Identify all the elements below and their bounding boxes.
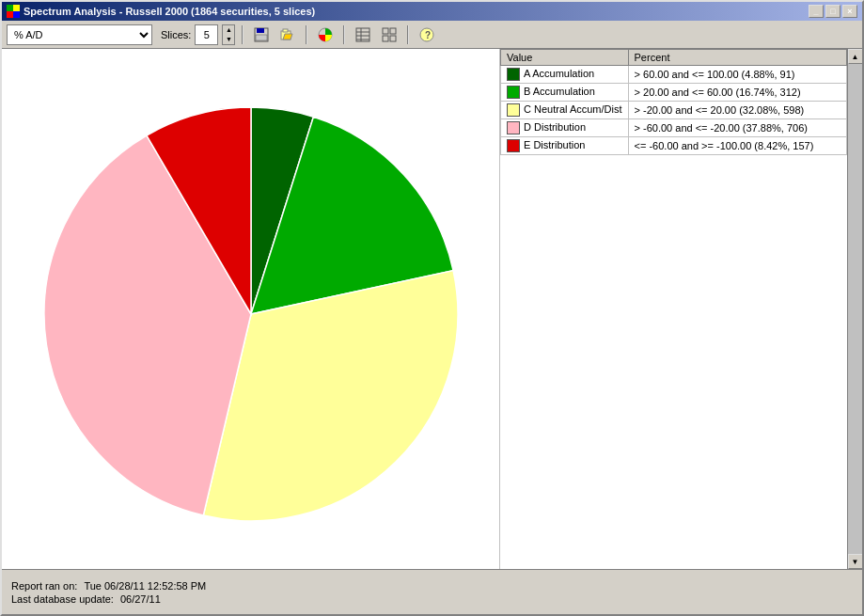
report-ran-line: Report ran on: Tue 06/28/11 12:52:58 PM [11, 580, 853, 592]
legend-row: A Accumulation> 60.00 and <= 100.00 (4.8… [501, 66, 847, 84]
legend-description-cell: > 60.00 and <= 100.00 (4.88%, 91) [628, 66, 846, 84]
svg-rect-0 [7, 5, 13, 11]
close-button[interactable]: × [842, 5, 857, 18]
indicator-select[interactable]: % A/D [7, 24, 152, 45]
window-title: Spectrum Analysis - Russell 2000 (1864 s… [24, 6, 315, 17]
legend-description-cell: > -20.00 and <= 20.00 (32.08%, 598) [628, 102, 846, 119]
slices-down-button[interactable]: ▼ [223, 35, 234, 44]
legend-table: Value Percent A Accumulation> 60.00 and … [500, 49, 847, 155]
open-button[interactable] [276, 24, 299, 45]
legend-label-cell: B Accumulation [501, 84, 629, 102]
table-icon [355, 27, 370, 42]
title-bar-left: Spectrum Analysis - Russell 2000 (1864 s… [7, 5, 315, 18]
scrollbar-right: ▲ ▼ [847, 49, 862, 569]
scroll-up-button[interactable]: ▲ [848, 49, 863, 64]
db-update-value: 06/27/11 [120, 593, 161, 605]
svg-rect-5 [257, 28, 264, 33]
db-update-line: Last database update: 06/27/11 [11, 593, 853, 605]
color-swatch [507, 86, 520, 99]
status-bar: Report ran on: Tue 06/28/11 12:52:58 PM … [2, 569, 862, 614]
svg-rect-6 [256, 35, 267, 40]
legend-description-cell: <= -60.00 and >= -100.00 (8.42%, 157) [628, 137, 846, 155]
legend-description-cell: > -60.00 and <= -20.00 (37.88%, 706) [628, 119, 846, 137]
table-view-button[interactable] [352, 24, 374, 45]
legend-row: C Neutral Accum/Dist> -20.00 and <= 20.0… [501, 102, 847, 119]
legend-col-percent: Percent [628, 50, 846, 66]
grid-button[interactable] [378, 24, 401, 45]
legend-description-cell: > 20.00 and <= 60.00 (16.74%, 312) [628, 84, 846, 102]
toolbar: % A/D Slices: ▲ ▼ [2, 21, 862, 49]
pie-chart-svg [16, 70, 486, 549]
svg-rect-18 [383, 36, 388, 41]
db-update-label: Last database update: [11, 593, 114, 605]
help-icon: ? [419, 27, 434, 42]
slices-label: Slices: [161, 29, 191, 40]
slices-up-button[interactable]: ▲ [223, 25, 234, 35]
svg-rect-19 [390, 36, 396, 41]
slices-spinner[interactable]: ▲ ▼ [222, 24, 235, 45]
chart-area [2, 49, 499, 569]
title-bar: Spectrum Analysis - Russell 2000 (1864 s… [2, 2, 862, 21]
color-swatch [507, 139, 520, 152]
scroll-down-button[interactable]: ▼ [848, 554, 863, 569]
ran-on-value: Tue 06/28/11 12:52:58 PM [84, 580, 206, 592]
separator-3 [343, 25, 345, 44]
help-button[interactable]: ? [416, 24, 438, 45]
legend-row: B Accumulation> 20.00 and <= 60.00 (16.7… [501, 84, 847, 102]
svg-text:?: ? [425, 30, 431, 40]
svg-rect-17 [390, 28, 396, 34]
open-icon [280, 27, 295, 42]
legend-label-cell: E Distribution [501, 137, 629, 155]
maximize-button[interactable]: □ [825, 5, 840, 18]
slices-input[interactable] [195, 24, 218, 45]
legend-label-cell: D Distribution [501, 119, 629, 137]
pie-chart-button[interactable] [314, 24, 337, 45]
svg-rect-2 [7, 11, 13, 18]
color-swatch [507, 68, 520, 81]
color-swatch [507, 103, 520, 117]
save-icon [254, 27, 269, 42]
legend-label-cell: C Neutral Accum/Dist [501, 102, 629, 119]
minimize-button[interactable]: _ [809, 5, 824, 18]
separator-2 [306, 25, 307, 44]
main-window: Spectrum Analysis - Russell 2000 (1864 s… [0, 0, 864, 616]
legend-label-cell: A Accumulation [501, 66, 629, 84]
svg-rect-3 [13, 11, 20, 18]
svg-marker-9 [283, 34, 292, 39]
save-button[interactable] [250, 24, 273, 45]
ran-on-label: Report ran on: [11, 580, 77, 592]
separator-1 [242, 25, 243, 44]
separator-4 [407, 25, 409, 44]
svg-rect-16 [383, 28, 388, 34]
app-icon [7, 5, 20, 18]
svg-rect-1 [13, 5, 20, 11]
grid-icon [382, 27, 397, 42]
color-swatch [507, 121, 520, 134]
title-controls: _ □ × [809, 5, 857, 18]
svg-rect-8 [283, 29, 288, 32]
legend-row: E Distribution<= -60.00 and >= -100.00 (… [501, 137, 847, 155]
legend-row: D Distribution> -60.00 and <= -20.00 (37… [501, 119, 847, 137]
legend-col-value: Value [501, 50, 629, 66]
pie-chart-icon [318, 27, 333, 42]
scroll-track[interactable] [848, 64, 862, 554]
